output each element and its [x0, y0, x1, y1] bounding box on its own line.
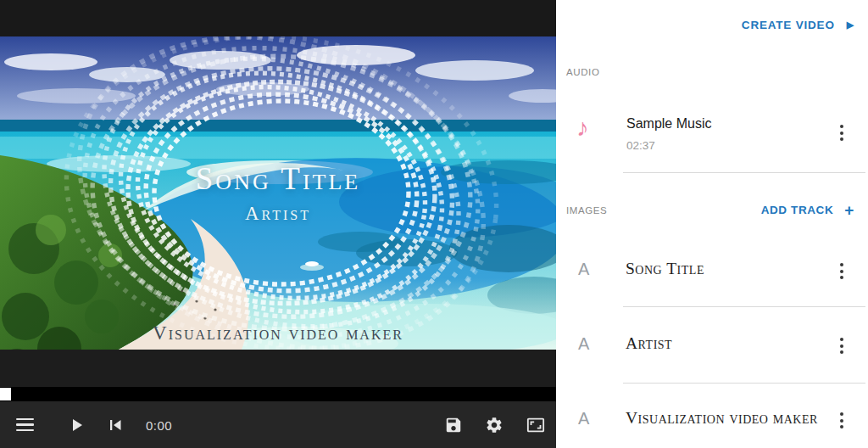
overlay-caption: Visualization video maker	[0, 322, 556, 344]
text-track-caption[interactable]: Visualization video maker	[626, 409, 818, 428]
save-button[interactable]	[442, 413, 465, 437]
skip-previous-button[interactable]	[103, 413, 127, 437]
music-note-icon: ♪	[576, 115, 589, 140]
app-window: Song Title Artist Visualization video ma…	[0, 0, 868, 448]
audio-track-duration: 02:37	[626, 139, 655, 152]
create-video-button[interactable]: CREATE VIDEO ▶	[742, 19, 854, 31]
overlay-song-title: Song Title	[0, 160, 556, 197]
text-track-overflow-menu[interactable]	[836, 411, 848, 430]
text-track-icon: A	[578, 260, 589, 279]
editor-panel: CREATE VIDEO ▶ AUDIO ♪ Sample Music 02:3…	[556, 0, 868, 448]
playback-time: 0:00	[146, 417, 172, 432]
text-track-overflow-menu[interactable]	[836, 336, 848, 356]
add-track-label: ADD TRACK	[761, 204, 834, 216]
player-control-bar: 0:00	[0, 401, 556, 448]
plus-icon: +	[844, 202, 854, 218]
divider	[623, 172, 865, 173]
aspect-ratio-icon	[526, 416, 545, 434]
hamburger-icon	[16, 418, 34, 432]
text-track-song-title[interactable]: Song Title	[626, 260, 704, 278]
text-track-overflow-menu[interactable]	[836, 261, 848, 281]
play-button[interactable]	[64, 413, 88, 437]
gear-icon	[485, 416, 504, 434]
letterbox-bottom	[0, 350, 556, 387]
letterbox-top	[0, 0, 556, 36]
seek-handle[interactable]	[0, 388, 11, 400]
text-track-artist[interactable]: Artist	[626, 334, 672, 353]
overlay-artist: Artist	[0, 203, 556, 225]
audio-track-overflow-menu[interactable]	[836, 123, 848, 143]
images-section-label: IMAGES	[566, 205, 607, 216]
settings-button[interactable]	[482, 413, 506, 437]
create-video-play-icon: ▶	[847, 20, 854, 30]
create-video-label: CREATE VIDEO	[742, 19, 835, 31]
aspect-ratio-button[interactable]	[524, 413, 548, 437]
add-track-button[interactable]: ADD TRACK +	[761, 202, 854, 218]
video-preview: Song Title Artist Visualization video ma…	[0, 36, 556, 350]
play-icon	[66, 415, 86, 435]
menu-button[interactable]	[13, 413, 36, 437]
save-icon	[444, 416, 463, 434]
text-track-icon: A	[578, 334, 589, 354]
audio-section-label: AUDIO	[566, 67, 599, 77]
skip-previous-icon	[105, 415, 125, 435]
divider	[623, 306, 865, 307]
seek-bar[interactable]	[0, 387, 556, 401]
text-track-icon: A	[578, 409, 589, 428]
audio-track-title[interactable]: Sample Music	[626, 116, 711, 132]
player-pane: Song Title Artist Visualization video ma…	[0, 0, 556, 448]
divider	[623, 383, 865, 384]
